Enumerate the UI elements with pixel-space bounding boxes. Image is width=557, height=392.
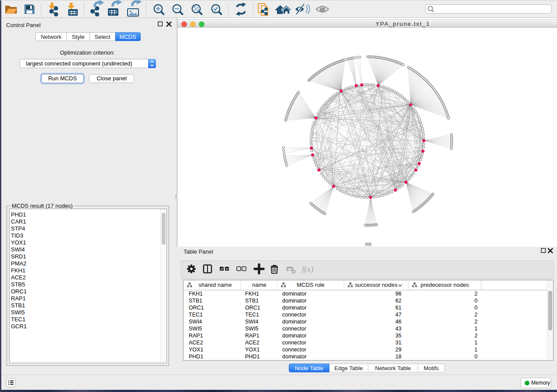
svg-text:f(x): f(x) [302,265,313,274]
